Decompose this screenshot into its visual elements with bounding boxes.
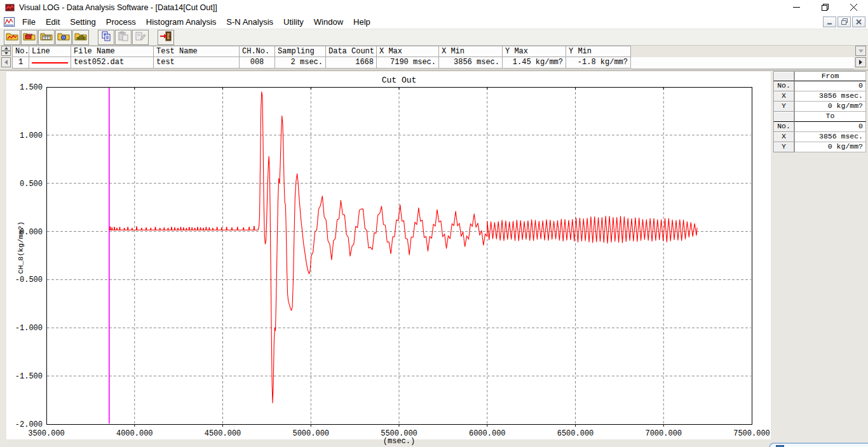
folder-wave-icon [6,31,18,44]
menu-item-window[interactable]: Window [309,15,348,29]
folder-box-icon [23,31,36,44]
chart-title: Cut Out [382,76,417,85]
menu-item-histogram-analysis[interactable]: Histogram Analysis [141,15,222,29]
close-button[interactable] [839,0,868,15]
title-bar: Visual LOG - Data Analysis Software - [D… [0,0,868,15]
panel-value-from-y[interactable]: 0 kg/mm? [794,102,866,112]
column-header-no-: No. [12,46,29,57]
cell-no: 1 [12,57,29,69]
panel-label-y: Y [773,102,794,112]
background-window-edge[interactable] [769,443,868,447]
x-tick-label: 4000.000 [116,429,153,438]
y-tick-label: -0.500 [15,276,43,284]
table-row-extension [631,57,854,69]
panel-row: Y0 kg/mm? [773,102,866,112]
mdi-controls [823,17,865,27]
panel-label-no: No. [773,122,794,132]
cut-out-chart[interactable]: Cut Out 3500.0004000.0004500.0005000.000… [0,71,771,447]
x-axis-label: (msec.) [383,437,415,446]
folder-globe-icon [57,31,70,44]
scroll-left-button[interactable] [1,57,11,67]
panel-label-y: Y [773,142,794,152]
open-waveform-button[interactable] [4,30,20,45]
x-tick-label: 7500.000 [733,429,770,438]
y-tick-label: -1.000 [15,324,43,333]
panel-section-to: To [773,112,866,122]
panel-header-from: From [794,71,866,81]
exit-door-icon [159,31,172,44]
menu-bar: FileEditSettingProcessHistogram Analysis… [0,15,868,29]
table-header-row: No.LineFile NameTest NameCH.No.SamplingD… [12,46,631,57]
x-tick-label: 6000.000 [469,429,506,438]
mdi-restore-button[interactable] [837,17,851,27]
column-header-x-min: X Min [439,46,503,57]
panel-header-to: To [794,112,866,122]
panel-value-to-x[interactable]: 3856 msec. [794,132,866,142]
menu-item-s-n-analysis[interactable]: S-N Analysis [221,15,278,29]
menu-item-help[interactable]: Help [348,15,376,29]
mdi-minimize-button[interactable] [823,17,836,27]
panel-row: No.0 [773,122,866,132]
mdi-close-button[interactable] [852,17,865,27]
x-tick-label: 7000.000 [645,429,682,438]
caption-controls [782,0,868,15]
panel-value-from-no[interactable]: 0 [794,81,866,91]
copy-button[interactable] [98,30,114,45]
column-header-y-min: Y Min [566,46,631,57]
panel-value-to-y[interactable]: 0 kg/mm? [794,142,866,152]
panel-label-no: No. [773,81,794,91]
menu-item-process[interactable]: Process [101,15,141,29]
y-tick-label: -1.500 [15,372,43,381]
column-header-ch-no-: CH.No. [240,46,275,57]
document-icon[interactable] [4,17,15,27]
column-header-sampling: Sampling [275,46,326,57]
open-globe-button[interactable] [55,30,72,45]
exit-button[interactable] [158,30,174,45]
panel-value-from-x[interactable]: 3856 msec. [794,91,866,102]
menu-item-utility[interactable]: Utility [278,15,309,29]
minimize-button[interactable] [782,0,811,15]
copy-icon [100,31,112,44]
window-title: Visual LOG - Data Analysis Software - [D… [19,3,217,12]
folder-table-icon [40,31,53,44]
paste-button[interactable] [115,30,132,45]
column-header-line: Line [29,46,71,57]
restore-button[interactable] [811,0,839,15]
edit-button[interactable] [132,30,149,45]
series-line-swatch [32,62,68,63]
y-tick-label: 1.500 [20,83,43,92]
edit-icon [135,31,146,44]
y-tick-label: 0.500 [20,180,43,189]
y-tick-label: -2.000 [15,420,43,429]
panel-row: X3856 msec. [773,91,866,102]
menu-item-edit[interactable]: Edit [41,15,65,29]
table-row[interactable]: 1test052.dattest0082 msec.16687190 msec.… [12,57,631,69]
column-header-file-name: File Name [71,46,154,57]
open-table-button[interactable] [38,30,55,45]
panel-label-x: X [773,91,794,102]
panel-empty-cell [773,71,794,81]
cell-x-max: 7190 msec. [377,57,439,69]
table-left-controls [1,46,11,69]
open-histogram-button[interactable] [72,30,89,45]
menu-item-setting[interactable]: Setting [65,15,100,29]
panel-empty-cell [773,112,794,122]
panel-row: X3856 msec. [773,132,866,142]
cell-line-sample [29,57,71,69]
app-icon [5,3,15,12]
panel-section-from: From [773,71,866,81]
cursor-range-panel: FromNo.0X3856 msec.Y0 kg/mm?ToNo.0X3856 … [773,71,866,152]
application-window: { "window": { "title": "Visual LOG - Dat… [0,0,868,447]
open-box-button[interactable] [21,30,37,45]
menu-item-file[interactable]: File [17,15,41,29]
row-spin-up-button[interactable] [1,46,11,51]
paste-icon [118,31,129,44]
x-tick-label: 5000.000 [292,429,329,438]
row-spin-down-button[interactable] [1,51,11,56]
panel-row: No.0 [773,81,866,91]
cell-file-name: test052.dat [71,57,154,69]
scroll-down-button[interactable] [855,46,866,56]
waveform-series [109,92,697,403]
scroll-right-button[interactable] [855,57,866,67]
panel-value-to-no[interactable]: 0 [794,122,866,132]
